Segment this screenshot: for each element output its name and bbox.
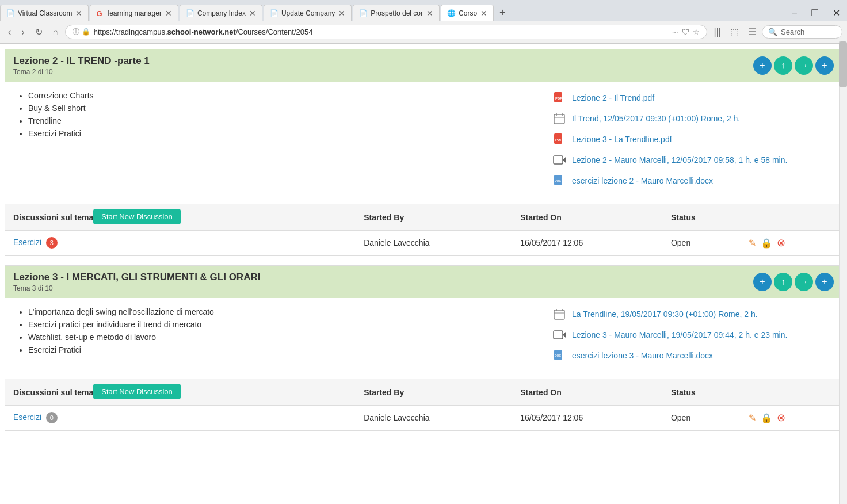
action-icons-l3: ✎ 🔒 ⊗ [749,411,834,424]
search-box[interactable]: 🔍 Search [762,25,842,39]
tab-close-2[interactable]: ✕ [165,9,172,18]
tab-close-5[interactable]: ✕ [426,9,433,18]
lesson2-start-discussion-btn[interactable]: Start New Discussion [93,209,181,224]
svg-text:DOC: DOC [555,179,562,182]
discussion-status-l3: Open [663,406,741,430]
lesson3-start-discussion-btn[interactable]: Start New Discussion [93,384,181,399]
bookmarks-icon[interactable]: ||| [711,26,724,39]
resource-link-6[interactable]: La Trendline, 19/05/2017 09:30 (+01:00) … [572,310,758,319]
sidebar-icon[interactable]: ⬚ [727,25,742,39]
tab-company-index[interactable]: 📄 Company Index ✕ [180,5,262,21]
resource-link-8[interactable]: esercizi lezione 3 - Mauro Marcelli.docx [572,351,713,360]
tab-prospetto[interactable]: 📄 Prospetto del cor ✕ [353,5,440,21]
lesson2-btn-down[interactable]: → [795,56,813,75]
new-tab-button[interactable]: + [495,5,510,21]
tab-icon-3: 📄 [186,9,194,17]
close-button[interactable]: ✕ [826,5,847,21]
maximize-button[interactable]: ☐ [804,5,826,21]
lesson2-btn-add2[interactable]: + [815,56,834,75]
resource-link-2[interactable]: Il Trend, 12/05/2017 09:30 (+01:00) Rome… [572,114,740,123]
tab-learning-manager[interactable]: G learning manager ✕ [90,5,178,21]
scrollbar-thumb[interactable] [839,41,847,87]
discussion-link-1[interactable]: Esercizi [13,238,41,247]
calendar-icon-1 [552,112,566,125]
resource-link-7[interactable]: Lezione 3 - Mauro Marcelli, 19/05/2017 0… [572,330,787,339]
table-row: Esercizi 3 Daniele Lavecchia 16/05/2017 … [5,231,842,255]
tab-close-1[interactable]: ✕ [75,9,82,18]
discussion-badge-2: 0 [46,412,58,423]
discussion-col-header-5 [741,204,842,231]
tab-virtual-classroom[interactable]: 📄 Virtual Classroom ✕ [0,5,89,21]
lesson2-btn-add[interactable]: + [753,56,772,75]
lesson2-bullets: Correzione Charts Buy & Sell short Trend… [5,82,543,204]
pdf-icon-2: PDF [552,132,566,146]
tab-label-1: Virtual Classroom [18,9,72,17]
tab-corso[interactable]: 🌐 Corso ✕ [441,5,494,21]
lesson2-bullet-4: Esercizi Pratici [28,129,531,138]
discussion-title-cell: Esercizi 3 [5,231,356,255]
discussion-started-on-l3: 16/05/2017 12:06 [512,406,663,430]
svg-rect-8 [554,156,563,164]
page-content: Lezione 2 - IL TREND -parte 1 Tema 2 di … [0,49,847,431]
forward-button[interactable]: › [18,26,28,39]
lesson3-btn-up[interactable]: ↑ [774,273,792,291]
table-row: Esercizi 0 Daniele Lavecchia 16/05/2017 … [5,406,842,430]
resource-link-5[interactable]: esercizi lezione 2 - Mauro Marcelli.docx [572,176,713,185]
discussion-started-on-1: 16/05/2017 12:06 [512,231,663,255]
lesson2-body: Correzione Charts Buy & Sell short Trend… [5,82,842,204]
discussion-link-2[interactable]: Esercizi [13,413,41,422]
reload-button[interactable]: ↻ [32,25,46,39]
back-button[interactable]: ‹ [5,26,14,39]
lesson2-bullet-2: Buy & Sell short [28,104,531,113]
minimize-button[interactable]: – [785,5,804,21]
tab-close-4[interactable]: ✕ [338,9,345,18]
doc-icon-1: DOC [552,174,566,188]
resource-link-1[interactable]: Lezione 2 - Il Trend.pdf [572,93,654,102]
lesson2-buttons: + ↑ → + [753,56,834,75]
edit-icon-2[interactable]: ✎ [749,413,756,423]
discussion-col-header-1: Discussioni sul tema Start New Discussio… [5,204,356,231]
resource-link-4[interactable]: Lezione 2 - Mauro Marcelli, 12/05/2017 0… [572,155,787,165]
star-icon[interactable]: ☆ [693,28,700,36]
url-path: /Courses/Content/2054 [236,28,313,36]
toolbar-right: ||| ⬚ ☰ 🔍 Search [711,25,842,39]
resource-link-3[interactable]: Lezione 3 - La Trendline.pdf [572,135,672,144]
lesson2-header: Lezione 2 - IL TREND -parte 1 Tema 2 di … [5,49,842,82]
edit-icon-1[interactable]: ✎ [749,238,756,249]
lesson3-section: Lezione 3 - I MERCATI, GLI STRUMENTI & G… [5,265,842,431]
scrollbar-track[interactable] [839,41,847,436]
lesson3-btn-add[interactable]: + [753,273,772,291]
tab-close-6[interactable]: ✕ [480,9,487,18]
delete-icon-1[interactable]: ⊗ [777,236,785,249]
svg-rect-12 [554,310,564,319]
tab-icon-2: G [96,9,104,17]
url-bar[interactable]: ⓘ 🔒 https://tradingcampus.school-network… [65,25,707,39]
resource-item: PDF Lezione 3 - La Trendline.pdf [552,132,833,146]
discussion-actions-1: ✎ 🔒 ⊗ [741,231,842,255]
lesson2-resources: PDF Lezione 2 - Il Trend.pdf Il Trend, 1… [543,82,842,204]
security-icon: ⓘ 🔒 [73,27,90,37]
lesson3-btn-add2[interactable]: + [815,273,834,291]
lesson2-section: Lezione 2 - IL TREND -parte 1 Tema 2 di … [5,49,842,256]
discussion-started-by-1: Daniele Lavecchia [356,231,512,255]
delete-icon-2[interactable]: ⊗ [777,411,785,424]
tab-close-3[interactable]: ✕ [249,9,256,18]
lock-icon-2[interactable]: 🔒 [761,413,772,423]
discussion-col-header-l3-1: Discussioni sul tema Start New Discussio… [5,379,356,406]
home-button[interactable]: ⌂ [49,26,62,39]
menu-icon[interactable]: ☰ [745,25,760,39]
lesson3-bullet-2: Esercizi pratici per individuare il tren… [28,320,531,329]
bookmark-icon[interactable]: 🛡 [682,28,689,36]
discussion-status-1: Open [663,231,741,255]
lesson2-btn-up[interactable]: ↑ [774,56,792,75]
resource-item: DOC esercizi lezione 3 - Mauro Marcelli.… [552,349,833,362]
tab-update-company[interactable]: 📄 Update Company ✕ [264,5,352,21]
lock-icon-1[interactable]: 🔒 [761,238,772,249]
lesson3-btn-down[interactable]: → [795,273,813,291]
lesson3-buttons: + ↑ → + [753,273,834,291]
lesson3-resources: La Trendline, 19/05/2017 09:30 (+01:00) … [543,298,842,379]
lesson3-title: Lezione 3 - I MERCATI, GLI STRUMENTI & G… [13,272,260,283]
tab-icon-4: 📄 [270,9,278,17]
svg-rect-2 [554,114,564,124]
tab-icon-6: 🌐 [447,9,455,17]
